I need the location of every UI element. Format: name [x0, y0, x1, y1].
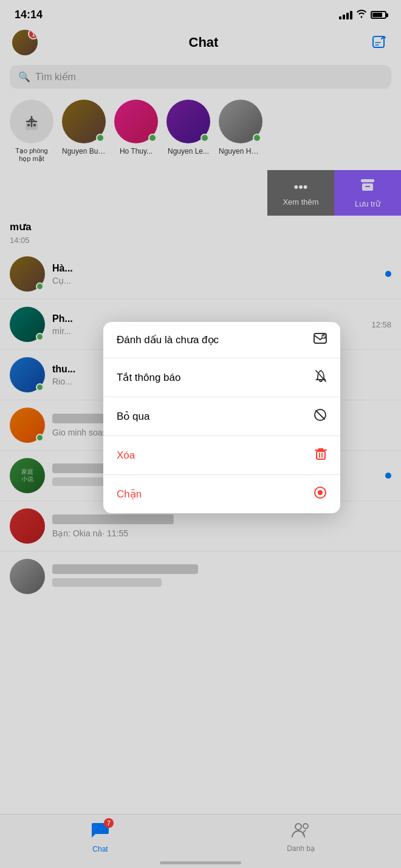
ignore-label: Bỏ qua — [117, 410, 149, 423]
story-item-3[interactable]: Nguyen Le... — [166, 100, 210, 163]
context-mute[interactable]: Tắt thông báo — [103, 358, 340, 397]
mark-unread-icon — [314, 333, 327, 347]
status-bar: 14:14 — [0, 0, 401, 26]
context-ignore[interactable]: Bỏ qua — [103, 397, 340, 436]
svg-point-16 — [318, 490, 323, 495]
more-label: Xem thêm — [283, 197, 318, 207]
story-create[interactable]: Tạo phòng họp mặt — [10, 100, 53, 163]
svg-rect-12 — [317, 451, 325, 459]
chat-tab-badge: 7 — [104, 818, 114, 828]
ignore-icon — [314, 408, 327, 425]
chat-tab-icon: 7 — [91, 821, 110, 843]
story-item-1[interactable]: Nguyen Buyen... — [62, 100, 106, 163]
bottom-tabs: 7 Chat Danh bạ — [0, 814, 401, 868]
delete-icon — [315, 447, 327, 463]
profile-avatar[interactable]: 1 — [12, 30, 38, 55]
mark-unread-label: Đánh dấu là chưa đọc — [117, 333, 219, 346]
home-indicator — [160, 861, 241, 864]
archive-label: Lưu trữ — [355, 199, 380, 208]
wifi-icon — [356, 10, 367, 21]
chat-name-6 — [52, 514, 391, 527]
story-label-2: Ho Thuy... — [120, 147, 153, 155]
block-icon — [314, 486, 327, 502]
context-delete[interactable]: Xóa — [103, 436, 340, 475]
block-label: Chặn — [117, 488, 142, 501]
svg-line-11 — [316, 411, 324, 419]
chat-item-7[interactable] — [0, 552, 401, 601]
chat-avatar-6 — [10, 508, 45, 544]
story-label-3: Nguyen Le... — [168, 147, 209, 155]
signal-icon — [339, 11, 352, 19]
status-time: 14:14 — [15, 9, 43, 21]
chat-avatar-4 — [10, 408, 45, 443]
archive-button[interactable]: Lưu trữ — [334, 170, 401, 216]
chat-avatar-1 — [10, 256, 45, 292]
partial-chat-time: 14:05 — [0, 233, 401, 249]
chat-preview-7 — [52, 578, 391, 589]
archive-icon — [360, 177, 375, 197]
tab-chat[interactable]: 7 Chat — [76, 821, 125, 853]
page-title: Chat — [189, 35, 219, 50]
context-menu: Đánh dấu là chưa đọc Tắt thông báo — [103, 322, 340, 513]
mute-label: Tắt thông báo — [117, 371, 180, 384]
svg-point-17 — [295, 824, 301, 830]
delete-label: Xóa — [117, 449, 135, 462]
contacts-tab-icon — [291, 821, 310, 842]
chat-name-1: Hà... — [52, 263, 378, 274]
stories-row: Tạo phòng họp mặt Nguyen Buyen... Ho Thu… — [0, 96, 401, 170]
unread-badge-5 — [385, 473, 391, 479]
chat-avatar-2 — [10, 307, 45, 342]
status-icons — [339, 10, 386, 21]
tab-contacts[interactable]: Danh bạ — [276, 821, 325, 853]
unread-badge-1 — [385, 271, 391, 277]
compose-button[interactable] — [369, 33, 389, 52]
story-label-4: Nguyen Huong... — [219, 147, 262, 155]
chat-avatar-3 — [10, 357, 45, 392]
chat-tab-label: Chat — [92, 845, 108, 853]
avatar-badge: 1 — [28, 30, 38, 39]
story-label-1: Nguyen Buyen... — [62, 147, 106, 155]
partial-chat-name: mưa — [0, 216, 401, 233]
svg-rect-2 — [26, 123, 38, 130]
search-input: Tìm kiếm — [35, 71, 76, 83]
story-create-label: Tạo phòng họp mặt — [15, 147, 47, 163]
search-icon: 🔍 — [18, 71, 30, 83]
chat-preview-6: Bạn: Okia nà· 11:55 — [52, 528, 391, 538]
story-item-2[interactable]: Ho Thuy... — [114, 100, 158, 163]
chat-avatar-5: 家庭小说 — [10, 458, 45, 493]
header: 1 Chat — [0, 26, 401, 61]
chat-time-2: 12:58 — [371, 320, 391, 329]
more-archive-bar: ••• Xem thêm Lưu trữ — [0, 170, 401, 216]
search-bar[interactable]: 🔍 Tìm kiếm — [10, 65, 391, 89]
chat-avatar-7 — [10, 559, 45, 594]
chat-preview-1: Cụ... — [52, 276, 378, 285]
more-icon: ••• — [293, 179, 307, 195]
chat-item-1[interactable]: Hà... Cụ... — [0, 249, 401, 299]
context-mark-unread[interactable]: Đánh dấu là chưa đọc — [103, 322, 340, 358]
mute-icon — [315, 369, 327, 386]
svg-rect-4 — [33, 124, 36, 126]
context-block[interactable]: Chặn — [103, 475, 340, 513]
more-button[interactable]: ••• Xem thêm — [267, 170, 334, 216]
contacts-tab-label: Danh bạ — [287, 844, 315, 853]
svg-rect-3 — [27, 124, 30, 126]
battery-icon — [371, 11, 386, 19]
svg-point-18 — [303, 824, 308, 829]
chat-name-7 — [52, 564, 391, 576]
story-item-4[interactable]: Nguyen Huong... — [219, 100, 262, 163]
svg-rect-5 — [361, 179, 374, 182]
